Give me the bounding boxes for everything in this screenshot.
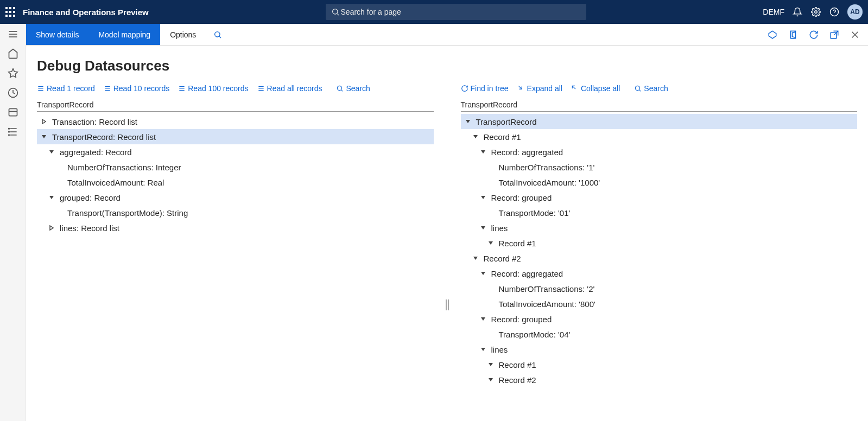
svg-marker-57 (481, 272, 485, 275)
tab-show-details[interactable]: Show details (26, 24, 88, 45)
global-search-input[interactable] (340, 7, 581, 17)
close-icon[interactable] (850, 29, 860, 40)
search-icon (331, 8, 340, 16)
chevron-down-icon[interactable] (479, 224, 487, 232)
tree-row-label: TransportRecord: Record list (52, 132, 156, 142)
tree-row[interactable]: NumberOfTransactions: Integer (37, 160, 434, 175)
tree-row-label: TotalInvoicedAmount: '1000' (499, 178, 600, 187)
find-in-tree[interactable]: Find in tree (461, 84, 509, 93)
gear-icon[interactable] (810, 7, 821, 17)
tab-model-mapping[interactable]: Model mapping (88, 24, 160, 45)
tree-row[interactable]: Record: grouped (461, 311, 858, 327)
office-icon[interactable] (788, 29, 799, 40)
tree-row-label: Transport(TransportMode): String (67, 208, 188, 218)
svg-point-0 (332, 9, 337, 14)
chevron-down-icon[interactable] (48, 194, 55, 201)
tree-row[interactable]: Record #1 (461, 129, 858, 144)
read-1-record[interactable]: Read 1 record (37, 84, 95, 93)
refresh-icon[interactable] (808, 29, 819, 40)
left-tree[interactable]: Transaction: Record listTransportRecord:… (37, 114, 434, 235)
global-search[interactable] (326, 4, 586, 20)
tree-row[interactable]: TransportMode: '01' (461, 205, 858, 220)
chevron-down-icon[interactable] (487, 239, 495, 247)
chevron-right-icon[interactable] (40, 118, 48, 125)
tree-row[interactable]: Record #2 (461, 251, 858, 266)
tree-row[interactable]: Record #1 (461, 357, 858, 372)
expand-all[interactable]: Expand all (517, 84, 562, 93)
tab-options[interactable]: Options (160, 24, 206, 45)
tree-row-label: NumberOfTransactions: Integer (67, 163, 181, 172)
top-bar: Finance and Operations Preview DEMF AD (0, 0, 868, 24)
tree-row[interactable]: TotalInvoicedAmount: '800' (461, 296, 858, 311)
tree-row[interactable]: NumberOfTransactions: '2' (461, 281, 858, 296)
hamburger-icon[interactable] (7, 28, 19, 40)
chevron-down-icon[interactable] (479, 194, 487, 201)
read-10-records[interactable]: Read 10 records (104, 84, 170, 93)
read-100-records[interactable]: Read 100 records (178, 84, 248, 93)
chevron-down-icon[interactable] (472, 254, 479, 262)
modules-icon[interactable] (7, 126, 19, 138)
svg-marker-58 (481, 317, 485, 321)
tree-row[interactable]: NumberOfTransactions: '1' (461, 160, 858, 175)
svg-marker-61 (489, 378, 493, 381)
tree-row-label: grouped: Record (60, 193, 121, 202)
tree-row[interactable]: Record: aggregated (461, 266, 858, 281)
star-icon[interactable] (7, 67, 19, 79)
popout-icon[interactable] (829, 29, 840, 40)
tree-row-label: TotalInvoicedAmount: '800' (499, 299, 595, 309)
chevron-down-icon[interactable] (40, 133, 48, 141)
chevron-right-icon[interactable] (48, 224, 55, 232)
tree-row[interactable]: Transport(TransportMode): String (37, 205, 434, 220)
splitter-handle[interactable] (445, 193, 450, 417)
tree-row[interactable]: lines (461, 342, 858, 357)
left-search[interactable]: Search (336, 84, 370, 93)
chevron-down-icon[interactable] (479, 315, 487, 323)
chevron-down-icon[interactable] (479, 270, 487, 277)
workspaces-icon[interactable] (7, 106, 19, 118)
collapse-all[interactable]: Collapse all (571, 84, 620, 93)
right-panel-label: TransportRecord (461, 100, 858, 111)
tree-leaf-icon (55, 163, 63, 171)
tree-row[interactable]: TransportRecord: Record list (37, 129, 434, 144)
chevron-down-icon[interactable] (464, 118, 472, 125)
company-code[interactable]: DEMF (763, 8, 784, 16)
tree-row[interactable]: lines: Record list (37, 220, 434, 235)
tree-row-label: Record #1 (499, 239, 536, 248)
right-tree[interactable]: TransportRecordRecord #1Record: aggregat… (461, 114, 858, 387)
svg-marker-55 (489, 241, 493, 245)
chevron-down-icon[interactable] (487, 376, 495, 384)
tree-leaf-icon (487, 285, 495, 292)
help-icon[interactable] (829, 7, 840, 17)
chevron-down-icon[interactable] (472, 133, 479, 141)
tree-row[interactable]: TransportRecord (461, 114, 858, 129)
svg-marker-8 (8, 69, 17, 78)
actionbar-search-icon[interactable] (206, 24, 230, 45)
tree-row[interactable]: Record: grouped (461, 190, 858, 205)
notifications-icon[interactable] (792, 7, 803, 17)
tree-row[interactable]: Transaction: Record list (37, 114, 434, 129)
recent-icon[interactable] (7, 87, 19, 99)
chevron-down-icon[interactable] (479, 346, 487, 353)
tree-row[interactable]: Record #1 (461, 235, 858, 251)
tree-row[interactable]: Record #2 (461, 372, 858, 387)
right-search[interactable]: Search (634, 84, 668, 93)
chevron-down-icon[interactable] (479, 148, 487, 156)
chevron-down-icon[interactable] (48, 148, 55, 156)
tree-row[interactable]: grouped: Record (37, 190, 434, 205)
svg-marker-39 (42, 119, 46, 124)
svg-line-46 (518, 86, 522, 89)
tree-row[interactable]: TransportMode: '04' (461, 327, 858, 342)
attachments-icon[interactable] (767, 29, 778, 40)
tree-row[interactable]: aggregated: Record (37, 144, 434, 160)
chevron-down-icon[interactable] (487, 361, 495, 368)
read-all-records[interactable]: Read all records (257, 84, 322, 93)
tree-row[interactable]: Record: aggregated (461, 144, 858, 160)
home-icon[interactable] (7, 48, 19, 60)
tree-leaf-icon (55, 209, 63, 216)
app-launcher-icon[interactable] (5, 7, 15, 17)
avatar[interactable]: AD (847, 4, 863, 20)
tree-row[interactable]: TotalInvoicedAmount: '1000' (461, 175, 858, 190)
tree-row[interactable]: lines (461, 220, 858, 235)
tree-row[interactable]: TotalInvoicedAmount: Real (37, 175, 434, 190)
tree-row-label: lines (491, 345, 508, 354)
